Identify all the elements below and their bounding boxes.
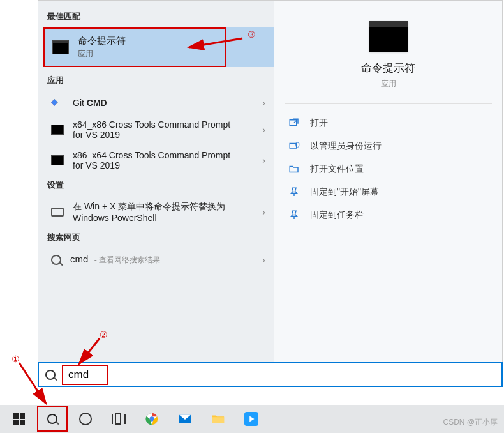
app-item-x64-x86[interactable]: x64_x86 Cross Tools Command Prompt for V…	[38, 114, 274, 145]
app-item-git-cmd[interactable]: Git CMD ›	[38, 91, 274, 114]
folder-icon	[288, 163, 300, 175]
chevron-right-icon: ›	[262, 207, 265, 217]
pin-icon	[288, 186, 300, 198]
section-web: 搜索网页	[38, 228, 274, 248]
cmd-preview-icon	[369, 21, 408, 52]
section-settings: 设置	[38, 176, 274, 196]
cmd-icon	[52, 40, 69, 54]
setting-item-winx[interactable]: 在 Win + X 菜单中将命令提示符替换为 Windows PowerShel…	[38, 196, 274, 228]
taskbar-app-triangle[interactable]	[236, 406, 267, 432]
app-label: x64_x86 Cross Tools Command Prompt for V…	[73, 119, 239, 140]
action-open-location[interactable]: 打开文件位置	[285, 158, 492, 181]
preview-column: 命令提示符 应用 打开 以管理员身份运行 打开文件位置 固定到"开始"屏幕 固定…	[274, 1, 502, 386]
task-view-button[interactable]	[103, 406, 134, 432]
mail-icon	[178, 412, 192, 426]
app-label: Git CMD	[73, 98, 107, 108]
best-match-title: 命令提示符	[78, 35, 126, 47]
action-label: 固定到任务栏	[310, 209, 364, 221]
section-apps: 应用	[38, 71, 274, 91]
action-pin-start[interactable]: 固定到"开始"屏幕	[285, 181, 492, 204]
watermark: CSDN @正小厚	[443, 417, 498, 428]
app-item-x86-x64[interactable]: x86_x64 Cross Tools Command Prompt for V…	[38, 145, 274, 176]
pin-icon	[288, 209, 300, 221]
chevron-right-icon: ›	[262, 155, 265, 165]
taskbar	[0, 405, 504, 433]
annotation-box-3	[43, 27, 226, 67]
chevron-right-icon: ›	[262, 125, 265, 135]
shield-admin-icon	[288, 141, 300, 152]
action-run-admin[interactable]: 以管理员身份运行	[285, 135, 492, 158]
taskbar-app-mail[interactable]	[170, 406, 200, 432]
action-open[interactable]: 打开	[285, 112, 492, 135]
git-icon	[51, 96, 64, 109]
search-input-bar[interactable]	[38, 362, 503, 387]
search-input[interactable]	[66, 367, 104, 383]
cmd-icon	[51, 125, 64, 135]
setting-label: 在 Win + X 菜单中将命令提示符替换为 Windows PowerShel…	[73, 201, 239, 223]
annotation-1: ①	[11, 354, 20, 364]
search-icon	[45, 370, 56, 380]
task-view-icon	[112, 414, 126, 424]
monitor-icon	[51, 208, 64, 216]
action-pin-taskbar[interactable]: 固定到任务栏	[285, 204, 492, 227]
chevron-right-icon: ›	[262, 255, 265, 265]
action-label: 以管理员身份运行	[310, 141, 382, 152]
folder-icon	[211, 412, 225, 426]
open-icon	[288, 118, 300, 129]
play-app-icon	[244, 412, 258, 426]
windows-logo-icon	[13, 413, 25, 425]
best-match-subtitle: 应用	[78, 49, 126, 59]
results-left-column: 最佳匹配 命令提示符 应用 应用 Git CMD › x64_x86 Cross…	[38, 1, 274, 386]
taskbar-search-button[interactable]	[37, 406, 68, 432]
cortana-ring-icon	[79, 413, 92, 425]
start-button[interactable]	[4, 406, 34, 432]
web-item-cmd[interactable]: cmd - 查看网络搜索结果 ›	[38, 248, 274, 271]
web-label: cmd - 查看网络搜索结果	[70, 254, 160, 266]
chevron-right-icon: ›	[262, 98, 265, 108]
taskbar-app-chrome[interactable]	[137, 406, 167, 432]
action-label: 打开	[310, 118, 328, 129]
cmd-icon	[51, 155, 64, 165]
app-label: x86_x64 Cross Tools Command Prompt for V…	[73, 150, 239, 171]
svg-rect-5	[212, 417, 224, 423]
preview-card: 命令提示符 应用	[285, 11, 492, 104]
action-label: 打开文件位置	[310, 163, 364, 175]
cortana-button[interactable]	[70, 406, 101, 432]
search-icon	[47, 414, 57, 424]
best-match-item[interactable]: 命令提示符 应用	[43, 27, 274, 67]
preview-subtitle: 应用	[285, 79, 492, 89]
annotation-box-input	[62, 365, 108, 385]
search-results-panel: 最佳匹配 命令提示符 应用 应用 Git CMD › x64_x86 Cross…	[38, 0, 503, 386]
search-icon	[51, 255, 61, 265]
section-best-match: 最佳匹配	[38, 7, 274, 27]
action-label: 固定到"开始"屏幕	[310, 186, 379, 198]
chrome-icon	[145, 412, 159, 426]
best-match-text: 命令提示符 应用	[78, 35, 126, 59]
taskbar-app-explorer[interactable]	[203, 406, 233, 432]
preview-title: 命令提示符	[285, 61, 492, 75]
